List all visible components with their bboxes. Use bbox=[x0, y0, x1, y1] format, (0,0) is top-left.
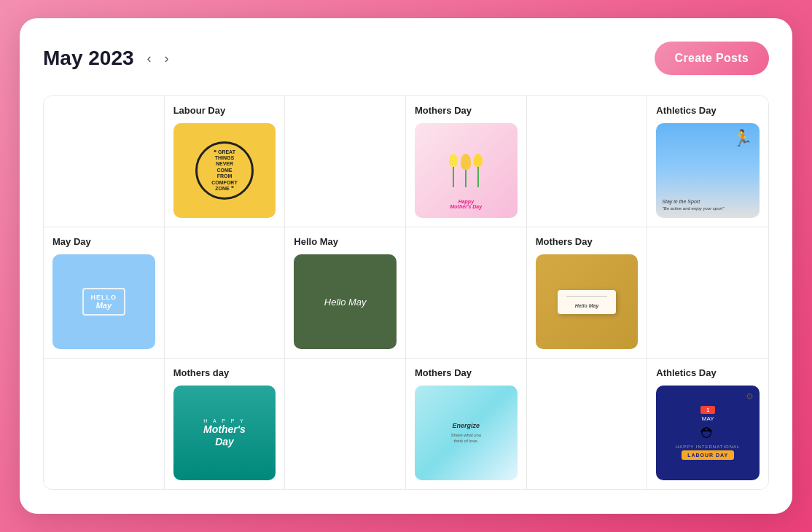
calendar-grid: Labour Day ❝ GREATTHINGSNEVERCOMEFROMCOM… bbox=[43, 95, 769, 490]
card-athletics-1[interactable]: 🏃 Stay in the Sport "Be active and enjoy… bbox=[656, 123, 760, 218]
tulip-3 bbox=[474, 154, 483, 187]
card-labour-day-2[interactable]: ⚙ 1 MAY ⛑ HAPPY INTERNATIONAL LABOUR DAY bbox=[656, 386, 760, 480]
grid-cell-r3c5 bbox=[527, 359, 648, 489]
card-hello-may-1[interactable]: Hello May bbox=[294, 254, 397, 349]
create-posts-button[interactable]: Create Posts bbox=[655, 42, 769, 75]
card-labour-day-1[interactable]: ❝ GREATTHINGSNEVERCOMEFROMCOMFORTZONE ❞ bbox=[173, 123, 276, 218]
grid-cell-r2c6 bbox=[647, 227, 768, 359]
labour-day-banner: LABOUR DAY bbox=[682, 450, 734, 460]
happy-label: H A P P Y bbox=[203, 418, 246, 423]
grid-cell-r2c4 bbox=[406, 227, 527, 359]
grid-cell-r1c5 bbox=[527, 96, 648, 227]
tulip-1 bbox=[449, 154, 458, 187]
cell-title-may-day: May Day bbox=[52, 236, 155, 247]
helmet-icon: ⛑ bbox=[700, 425, 715, 442]
cell-title-mothers-day-4: Mothers Day bbox=[415, 367, 518, 378]
happy-intl-label: HAPPY INTERNATIONAL bbox=[676, 445, 740, 449]
gear-icon: ⚙ bbox=[746, 391, 754, 402]
labour-day-badge: ❝ GREATTHINGSNEVERCOMEFROMCOMFORTZONE ❞ bbox=[195, 141, 254, 200]
cell-title-athletics-2: Athletics Day bbox=[656, 367, 760, 378]
grid-cell-r3c2: Mothers day H A P P Y Mother'sDay bbox=[165, 359, 286, 489]
athletics-text: Stay in the Sport "Be active and enjoy y… bbox=[662, 198, 724, 212]
energize-title: Energize bbox=[453, 422, 480, 429]
grid-cell-r1c1 bbox=[44, 96, 165, 227]
mothers-script: Mother'sDay bbox=[203, 423, 246, 448]
notebook-card: Hello May bbox=[558, 290, 616, 314]
energize-sub: Share what youthink of love. bbox=[450, 432, 481, 445]
notebook-text: Hello May bbox=[566, 303, 607, 308]
grid-cell-r2c1: May Day HELLO May bbox=[44, 227, 165, 359]
notebook-lines bbox=[566, 296, 607, 299]
mothers-day-3-content: H A P P Y Mother'sDay bbox=[203, 418, 246, 448]
grid-cell-r2c3: Hello May Hello May bbox=[285, 227, 406, 359]
may-day-hello-text: HELLO bbox=[91, 294, 117, 301]
grid-cell-r1c3 bbox=[285, 96, 406, 227]
grid-cell-r1c4: Mothers Day HappyMother bbox=[406, 96, 527, 227]
header-left: May 2023 ‹ › bbox=[43, 47, 173, 70]
grid-cell-r3c6: Athletics Day ⚙ 1 MAY ⛑ HAPPY INTERNATIO… bbox=[647, 359, 768, 489]
tulip-2 bbox=[461, 154, 471, 187]
grid-cell-r3c1 bbox=[44, 359, 165, 489]
cell-title-mothers-day-2: Mothers Day bbox=[536, 236, 639, 247]
card-mothers-day-4[interactable]: Energize Share what youthink of love. bbox=[415, 386, 518, 480]
card-mothers-day-3[interactable]: H A P P Y Mother'sDay bbox=[173, 386, 276, 480]
may-day-text-box: HELLO May bbox=[82, 288, 126, 316]
cell-title-hello-may: Hello May bbox=[294, 236, 397, 247]
main-container: May 2023 ‹ › Create Posts Labour Day ❝ G… bbox=[20, 18, 792, 514]
cell-title-labour-day: Labour Day bbox=[173, 105, 276, 116]
grid-cell-r2c2 bbox=[165, 227, 286, 359]
grid-cell-r3c4: Mothers Day Energize Share what youthink… bbox=[406, 359, 527, 489]
grid-cell-r1c2: Labour Day ❝ GREATTHINGSNEVERCOMEFROMCOM… bbox=[165, 96, 286, 227]
cell-title-mothers-day-3: Mothers day bbox=[173, 367, 276, 378]
page-header: May 2023 ‹ › Create Posts bbox=[43, 42, 769, 75]
mothers-day-text-1: HappyMother's Day bbox=[450, 199, 482, 209]
tulip-decoration bbox=[449, 154, 483, 187]
card-mothers-day-2[interactable]: Hello May bbox=[536, 254, 639, 349]
month-title: May 2023 bbox=[43, 47, 134, 70]
hello-may-text: Hello May bbox=[324, 297, 367, 308]
grid-cell-r3c3 bbox=[285, 359, 406, 489]
cell-title-athletics-1: Athletics Day bbox=[656, 105, 760, 116]
may-day-may-text: May bbox=[91, 301, 117, 310]
runner-icon: 🏃 bbox=[733, 129, 752, 148]
grid-cell-r1c6: Athletics Day 🏃 Stay in the Sport "Be ac… bbox=[647, 96, 768, 227]
next-month-button[interactable]: › bbox=[160, 50, 173, 68]
grid-cell-r2c5: Mothers Day Hello May bbox=[527, 227, 648, 359]
card-mothers-day-1[interactable]: HappyMother's Day bbox=[415, 123, 518, 218]
card-may-day-1[interactable]: HELLO May bbox=[52, 254, 155, 349]
labour-day-may: MAY bbox=[702, 415, 714, 422]
labour-day-date: 1 bbox=[700, 406, 715, 414]
cell-title-mothers-day-1: Mothers Day bbox=[415, 105, 518, 116]
prev-month-button[interactable]: ‹ bbox=[143, 50, 156, 68]
nav-arrows: ‹ › bbox=[143, 50, 173, 68]
